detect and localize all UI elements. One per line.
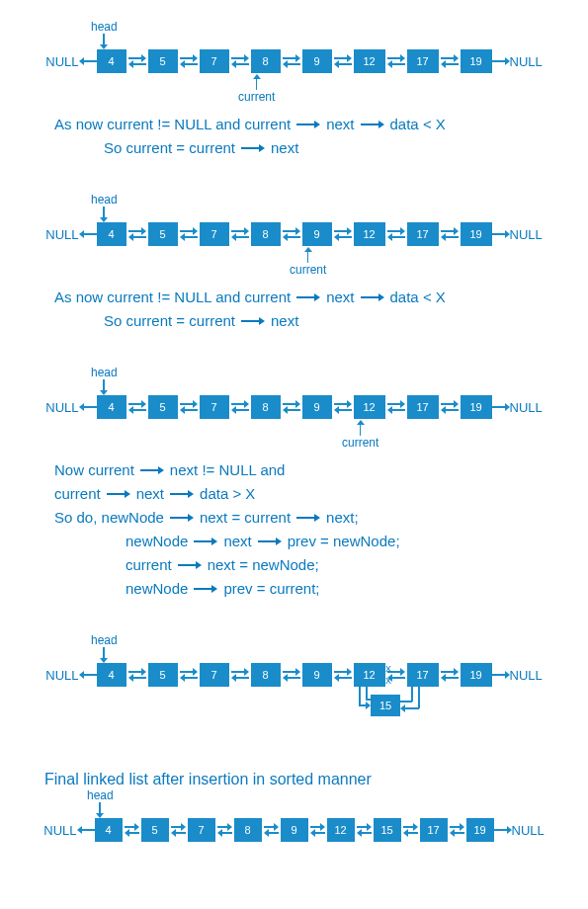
arrow-right-icon [492, 403, 510, 411]
node: 12 [354, 395, 385, 419]
arrow-double-icon [126, 669, 148, 681]
arrow-double-icon [439, 669, 461, 681]
arrow-down-icon [100, 647, 108, 663]
node: 8 [234, 818, 262, 842]
node: 17 [407, 663, 439, 687]
null-left: NULL [45, 227, 78, 242]
arrow-double-icon [215, 824, 234, 836]
head-label: head [91, 20, 118, 34]
arrow-down-icon [96, 802, 104, 818]
arrow-left-icon [79, 230, 97, 238]
arrow-double-icon [123, 824, 141, 836]
inline-arrow-icon [258, 537, 282, 546]
node: 7 [200, 663, 229, 687]
null-right: NULL [512, 823, 545, 838]
arrow-up-icon [304, 247, 312, 263]
head-label: head [91, 193, 118, 207]
head-label: head [87, 788, 114, 802]
node: 9 [302, 49, 332, 73]
node: 8 [251, 395, 281, 419]
node: 4 [95, 818, 123, 842]
inline-arrow-icon [170, 513, 194, 523]
arrow-double-icon [401, 824, 420, 836]
arrow-double-icon [229, 669, 251, 681]
explanation-text-3: Now currentnext != NULL and currentnextd… [10, 451, 578, 609]
node: 4 [97, 222, 126, 246]
arrow-right-icon [492, 671, 510, 679]
arrow-double-icon [385, 401, 407, 413]
explanation-text-2: As now current != NULL and currentnextda… [10, 278, 578, 341]
node: 5 [148, 49, 178, 73]
arrow-left-icon [79, 57, 97, 65]
current-label: current [290, 263, 326, 277]
head-label: head [91, 633, 118, 647]
arrow-double-icon [262, 824, 281, 836]
arrow-double-icon [169, 824, 188, 836]
inline-arrow-icon [194, 584, 217, 594]
inline-arrow-icon [140, 465, 164, 475]
arrow-double-icon [281, 401, 302, 413]
arrow-down-icon [100, 379, 108, 395]
linked-list-step2: head NULL 4 5 7 8 9 12 17 19 NULL cur [10, 193, 578, 278]
node: 7 [200, 222, 229, 246]
broken-link-x: X [385, 676, 391, 686]
broken-link-x: X [385, 664, 391, 674]
arrow-left-icon [79, 671, 97, 679]
null-right: NULL [510, 54, 543, 69]
arrow-right-icon [492, 230, 510, 238]
arrow-double-icon [178, 228, 200, 240]
inline-arrow-icon [361, 120, 384, 129]
arrow-right-icon [492, 57, 510, 65]
arrow-double-icon [126, 401, 148, 413]
node: 9 [302, 395, 332, 419]
arrow-double-icon [332, 669, 354, 681]
inline-arrow-icon [361, 292, 384, 302]
node: 5 [141, 818, 169, 842]
arrow-double-icon [439, 228, 461, 240]
arrow-double-icon [178, 401, 200, 413]
null-left: NULL [45, 400, 78, 415]
node: 19 [461, 395, 492, 419]
node: 19 [461, 222, 492, 246]
explanation-text-1: As now current != NULL and currentnextda… [10, 105, 578, 168]
inline-arrow-icon [170, 489, 194, 499]
node: 19 [461, 49, 492, 73]
current-label: current [342, 436, 378, 450]
arrow-double-icon [229, 55, 251, 67]
node: 7 [188, 818, 215, 842]
linked-list-step1: head NULL 4 5 7 8 9 12 17 19 NULL cur [10, 20, 578, 105]
arrow-double-icon [126, 228, 148, 240]
null-left: NULL [45, 668, 78, 683]
arrow-double-icon [332, 55, 354, 67]
inline-arrow-icon [296, 292, 320, 302]
arrow-up-icon [253, 74, 261, 90]
arrow-double-icon [439, 401, 461, 413]
inline-arrow-icon [241, 143, 265, 153]
linked-list-final: head NULL 4 5 7 8 9 12 15 17 19 NULL [10, 788, 578, 852]
arrow-double-icon [385, 55, 407, 67]
node: 12 [354, 49, 385, 73]
node: 5 [148, 663, 178, 687]
linked-list-insertion: head NULL 4 5 7 8 9 12 17 19 NULL X X [10, 633, 578, 736]
node: 5 [148, 222, 178, 246]
node: 7 [200, 395, 229, 419]
inline-arrow-icon [296, 120, 320, 129]
node: 9 [281, 818, 308, 842]
head-label: head [91, 366, 118, 379]
arrow-double-icon [308, 824, 327, 836]
arrow-left-icon [79, 403, 97, 411]
arrow-double-icon [332, 401, 354, 413]
arrow-double-icon [355, 824, 374, 836]
node: 12 [354, 222, 385, 246]
node: 4 [97, 395, 126, 419]
node: 15 [374, 818, 401, 842]
arrow-double-icon [178, 55, 200, 67]
inline-arrow-icon [241, 316, 265, 326]
node: 8 [251, 663, 281, 687]
arrow-double-icon [229, 228, 251, 240]
node: 17 [420, 818, 448, 842]
arrow-double-icon [332, 228, 354, 240]
arrow-double-icon [229, 401, 251, 413]
inline-arrow-icon [178, 560, 202, 570]
node: 9 [302, 222, 332, 246]
